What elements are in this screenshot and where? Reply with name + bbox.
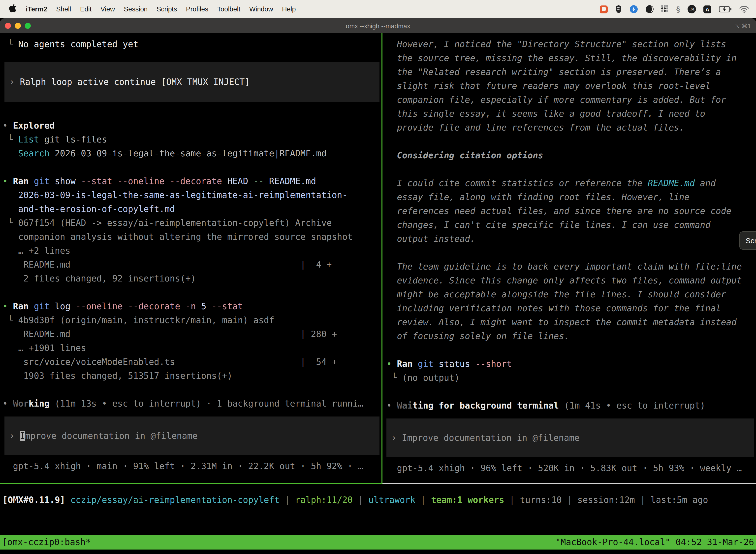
text-segment [386, 151, 397, 160]
text-segment: | [279, 495, 295, 505]
text-segment: evidence. Since this change only affects… [386, 276, 742, 285]
wifi-icon[interactable] [739, 5, 749, 14]
text-segment [28, 176, 34, 186]
battery-icon[interactable] [719, 5, 732, 14]
text-segment: └ [2, 134, 18, 145]
terminal-line: The team guideline is to back every impo… [386, 260, 756, 274]
text-segment: README.md [264, 176, 316, 186]
menu-item-session[interactable]: Session [119, 5, 152, 13]
menu-item-toolbelt[interactable]: Toolbelt [213, 5, 245, 13]
terminal-line: › Improve documentation in @filename [9, 429, 375, 443]
text-segment: --oneline --decorate -n [70, 301, 196, 311]
text-segment: src/voice/voiceModeEnabled.ts | 54 + [2, 357, 337, 367]
terminal-line: └ (no output) [386, 371, 756, 385]
text-segment: List [18, 134, 39, 145]
terminal-line: › Ralph loop active continue [OMX_TMUX_I… [9, 75, 375, 89]
terminal-line: including verification notes with those … [386, 301, 756, 315]
prompt-input-right[interactable]: › Improve documentation in @filename [386, 419, 754, 457]
menu-item-help[interactable]: Help [277, 5, 300, 13]
text-segment [65, 495, 70, 505]
spacer [2, 455, 381, 459]
menu-item-view[interactable]: View [96, 5, 119, 13]
terminal-line: However, I noticed the "Directory Struct… [386, 37, 756, 51]
text-segment: --short [470, 359, 512, 369]
grid-dots-icon[interactable] [661, 5, 669, 14]
text-segment: -- [248, 176, 264, 186]
text-segment: the source tree, missing the essay. Stil… [386, 53, 737, 63]
right-terminal-pane[interactable]: However, I noticed the "Directory Struct… [382, 33, 756, 483]
tmux-session-label: [omx-cczip0:bash* [2, 535, 91, 550]
text-segment: • [2, 121, 13, 130]
text-segment: git ls-files [39, 134, 107, 145]
crescent-icon[interactable] [645, 5, 654, 14]
text-segment: of focusing solely on file lines. [386, 331, 569, 341]
window-shortcut-badge: ⌥⌘1 [734, 22, 751, 30]
spacer [2, 51, 381, 62]
terminal-line: references need actual files, and since … [386, 204, 756, 218]
a-badge-icon[interactable]: A [703, 5, 711, 13]
text-segment: companion analysis without altering the … [2, 232, 353, 242]
terminal-line: and-the-erosion-of-copyleft.md [2, 202, 381, 216]
inject-banner: › Ralph loop active continue [OMX_TMUX_I… [4, 62, 379, 102]
terminal-line: 1903 files changed, 513517 insertions(+) [2, 369, 381, 383]
terminal-line: • Ran git show --stat --oneline --decora… [2, 174, 381, 188]
text-segment: › [9, 431, 20, 441]
text-segment: Wai [397, 401, 413, 410]
text-segment: I [20, 431, 25, 441]
spacer [386, 134, 756, 149]
omx-status-line: [OMX#0.11.9] cczip/essay/ai-reimplementa… [2, 493, 756, 507]
spacer [2, 383, 381, 397]
left-terminal-pane[interactable]: └ No agents completed yet› Ralph loop ac… [0, 33, 381, 483]
menu-item-edit[interactable]: Edit [76, 5, 96, 13]
spacer [386, 343, 756, 357]
prompt-input-left[interactable]: › Improve documentation in @filename [4, 417, 379, 455]
percent-badge-icon[interactable]: ..61 [688, 5, 696, 13]
terminal-line: gpt-5.4 xhigh · 96% left · 520K in · 5.8… [386, 461, 756, 475]
apple-logo-icon [9, 4, 16, 14]
pane-bottom-border [0, 483, 756, 484]
text-segment: ting for background terminal [413, 401, 559, 410]
menu-item-profiles[interactable]: Profiles [182, 5, 213, 13]
chat-icon[interactable] [600, 5, 608, 14]
text-segment: No agents completed yet [18, 39, 138, 49]
terminal-line: └ 067f154 (HEAD -> essay/ai-reimplementa… [2, 216, 381, 230]
spacer [386, 246, 756, 260]
text-segment: HEAD [222, 176, 248, 186]
text-segment: Ran [13, 176, 28, 186]
menu-status-icons: § ..61 A [600, 5, 749, 14]
menu-item-iterm2[interactable]: iTerm2 [21, 5, 52, 13]
terminal-line: └ List git ls-files [2, 132, 381, 147]
shield-icon[interactable] [615, 5, 622, 14]
text-segment: … +2 lines [2, 246, 70, 256]
text-segment: • [386, 359, 397, 369]
menu-item-shell[interactable]: Shell [52, 5, 76, 13]
text-segment: output instead. [386, 234, 475, 244]
spacer [386, 412, 756, 419]
menu-item-window[interactable]: Window [245, 5, 277, 13]
text-segment: provide file and line references from th… [386, 123, 684, 132]
terminal-line: • Waiting for background terminal (1m 41… [386, 399, 756, 412]
window-titlebar[interactable]: omx --xhigh --madmax ⌥⌘1 [0, 18, 756, 33]
text-segment: Ralph loop active continue [OMX_TMUX_INJ… [20, 77, 250, 87]
terminal-line: this single essay, it seems like a good … [386, 107, 756, 121]
bolt-badge-icon[interactable] [630, 5, 638, 14]
text-segment: king [28, 399, 49, 408]
text-segment: might be acceptable alongside the file l… [386, 289, 726, 299]
terminal-line: the "Related research writing" section i… [386, 65, 756, 79]
text-segment: … +1901 lines [2, 343, 86, 353]
terminal-line: └ 4b9d30f (origin/main, instructkr/main,… [2, 313, 381, 327]
spacer [2, 285, 381, 299]
text-segment: Improve documentation in @filename [402, 433, 579, 443]
spacer [2, 160, 381, 174]
text-segment: slight risk that future readers may over… [386, 81, 710, 91]
menu-item-scripts[interactable]: Scripts [152, 5, 182, 13]
apple-menu[interactable] [6, 4, 21, 14]
text-segment: • [2, 399, 13, 408]
terminal-line: 2 files changed, 92 insertions(+) [2, 272, 381, 285]
text-segment: └ [2, 315, 18, 325]
text-segment: cczip/essay/ai-reimplementation-copyleft [70, 495, 279, 505]
text-segment: mprove documentation in @filename [25, 431, 197, 441]
text-segment: git [34, 176, 49, 186]
hook-icon[interactable]: § [676, 5, 680, 14]
tmux-host-clock: "MacBook-Pro-44.local" 04:52 31-Mar-26 [555, 535, 754, 550]
